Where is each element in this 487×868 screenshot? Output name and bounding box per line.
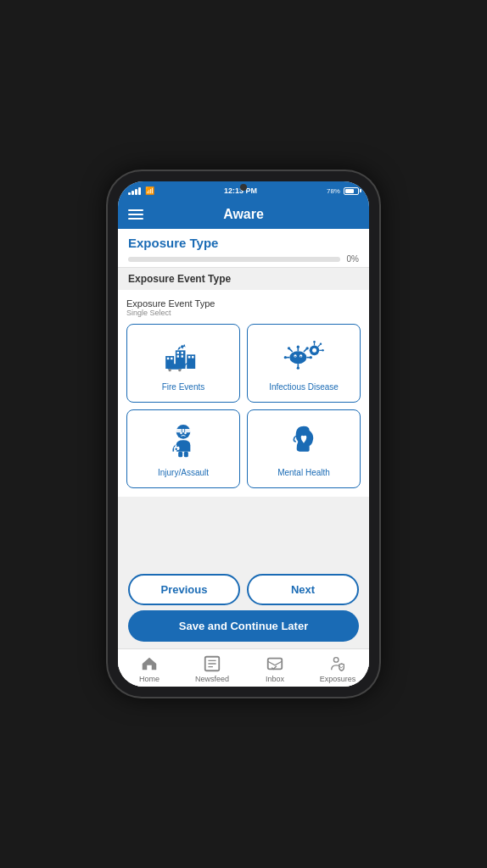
hamburger-icon xyxy=(128,209,143,211)
svg-rect-50 xyxy=(184,452,188,458)
option-infectious-disease[interactable]: Infectious Disease xyxy=(247,324,361,403)
svg-point-16 xyxy=(289,351,306,364)
previous-button[interactable]: Previous xyxy=(128,574,240,605)
svg-line-25 xyxy=(304,349,306,352)
camera-notch xyxy=(240,184,247,191)
svg-rect-5 xyxy=(177,352,180,354)
app-bar: Aware xyxy=(118,200,369,229)
bottom-navigation: Home Newsfeed xyxy=(118,648,369,687)
nav-item-newsfeed[interactable]: Newsfeed xyxy=(181,654,244,683)
next-button[interactable]: Next xyxy=(247,574,359,605)
svg-point-56 xyxy=(333,658,339,663)
option-fire-events[interactable]: Fire Events xyxy=(126,324,240,403)
svg-point-31 xyxy=(294,356,296,358)
svg-line-38 xyxy=(318,345,321,348)
battery-percentage: 78% xyxy=(327,187,340,195)
infectious-disease-label: Infectious Disease xyxy=(269,382,339,392)
svg-rect-10 xyxy=(192,356,194,359)
svg-point-39 xyxy=(320,343,322,346)
card-subtitle: Single Select xyxy=(126,309,361,317)
svg-point-20 xyxy=(284,356,287,359)
svg-point-18 xyxy=(297,346,299,348)
hamburger-icon xyxy=(128,218,143,220)
home-icon xyxy=(140,654,159,673)
inbox-icon xyxy=(266,654,284,673)
svg-line-23 xyxy=(289,349,292,352)
svg-rect-2 xyxy=(187,354,195,369)
phone-screen: 📶 12:13 PM 78% Aware Exposure Typ xyxy=(118,181,369,687)
newsfeed-icon xyxy=(203,654,221,673)
phone-shell: 📶 12:13 PM 78% Aware Exposure Typ xyxy=(108,171,379,697)
app-title: Aware xyxy=(223,207,264,222)
nav-item-exposures[interactable]: Exposures xyxy=(306,654,369,683)
fire-events-label: Fire Events xyxy=(162,382,205,392)
svg-point-35 xyxy=(313,341,316,343)
nav-item-inbox[interactable]: Inbox xyxy=(244,654,306,683)
svg-rect-4 xyxy=(171,358,173,360)
svg-rect-9 xyxy=(188,356,191,359)
mental-health-label: Mental Health xyxy=(277,468,330,477)
svg-point-26 xyxy=(306,347,309,349)
save-continue-button[interactable]: Save and Continue Later xyxy=(128,610,359,642)
menu-button[interactable] xyxy=(128,209,143,220)
status-right: 78% xyxy=(327,187,359,195)
event-type-header: Exposure Event Type xyxy=(118,268,369,290)
option-mental-health[interactable]: Mental Health xyxy=(247,409,361,488)
navigation-buttons: Previous Next xyxy=(118,565,369,610)
injury-assault-label: Injury/Assault xyxy=(158,468,209,477)
section-header: Exposure Type 0% xyxy=(118,229,369,268)
card-area: Exposure Event Type Single Select xyxy=(118,290,369,497)
progress-text: 0% xyxy=(347,254,359,264)
exposures-icon xyxy=(328,654,347,673)
fire-events-icon xyxy=(162,335,204,377)
options-grid: Fire Events xyxy=(126,324,361,488)
svg-point-14 xyxy=(178,369,181,371)
svg-rect-6 xyxy=(182,352,184,354)
nav-item-home[interactable]: Home xyxy=(118,654,181,683)
injury-assault-icon xyxy=(162,420,204,463)
svg-rect-12 xyxy=(169,364,176,366)
nav-newsfeed-label: Newsfeed xyxy=(195,675,229,683)
status-left: 📶 xyxy=(128,186,154,195)
svg-point-46 xyxy=(184,432,187,435)
svg-rect-3 xyxy=(167,358,170,360)
svg-rect-49 xyxy=(178,452,182,458)
infectious-disease-icon xyxy=(283,335,325,377)
signal-icon xyxy=(128,186,141,195)
svg-rect-8 xyxy=(182,355,184,358)
svg-point-37 xyxy=(322,349,324,352)
wifi-icon: 📶 xyxy=(145,186,154,195)
svg-point-45 xyxy=(180,432,182,435)
svg-point-28 xyxy=(297,367,299,370)
mental-health-icon xyxy=(283,420,325,463)
svg-point-32 xyxy=(300,356,302,358)
card-title: Exposure Event Type xyxy=(126,298,361,309)
section-title: Exposure Type xyxy=(128,236,218,250)
option-injury-assault[interactable]: Injury/Assault xyxy=(126,409,240,488)
svg-point-13 xyxy=(169,369,171,371)
content-area: Exposure Type 0% Exposure Event Type Exp… xyxy=(118,229,369,687)
progress-container: 0% xyxy=(128,254,359,264)
hamburger-icon xyxy=(128,214,143,215)
svg-rect-7 xyxy=(177,355,180,358)
nav-exposures-label: Exposures xyxy=(320,675,356,683)
battery-fill xyxy=(345,189,355,193)
nav-inbox-label: Inbox xyxy=(266,675,284,683)
svg-point-40 xyxy=(312,348,316,353)
svg-point-24 xyxy=(288,347,290,349)
battery-icon xyxy=(344,187,359,195)
svg-rect-42 xyxy=(176,429,191,432)
progress-bar-background xyxy=(128,257,340,262)
svg-point-22 xyxy=(310,356,312,359)
nav-home-label: Home xyxy=(139,675,160,683)
